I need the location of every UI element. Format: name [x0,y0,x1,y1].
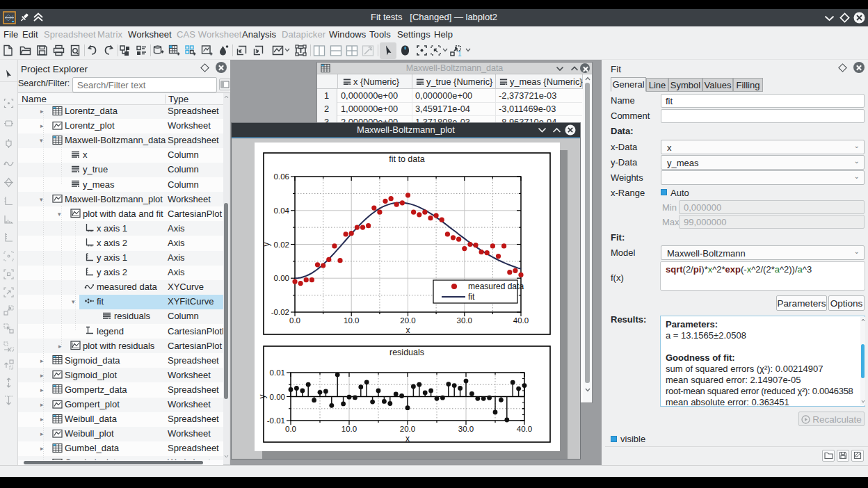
svg-text:40.0: 40.0 [517,425,532,433]
svg-text:y: y [262,243,271,247]
svg-text:1: 1 [458,50,462,58]
svg-text:0.01: 0.01 [270,368,285,377]
svg-text:30.0: 30.0 [457,316,472,325]
svg-text:40.0: 40.0 [513,316,529,325]
svg-text:10.0: 10.0 [344,316,359,325]
svg-text:0.0: 0.0 [285,425,296,433]
svg-text:-0.02: -0.02 [271,308,289,316]
svg-text:30.0: 30.0 [458,425,474,433]
svg-text:0.0: 0.0 [289,316,300,325]
svg-text:x: x [405,434,410,444]
svg-text:0.04: 0.04 [274,206,290,215]
svg-text:y: y [257,395,267,399]
svg-text:0.00: 0.00 [270,393,285,401]
svg-text:20.0: 20.0 [400,316,415,325]
svg-text:fit to data: fit to data [389,154,424,164]
svg-text:0.00: 0.00 [274,274,289,282]
svg-text:x: x [406,325,410,335]
svg-text:measured data: measured data [468,282,524,291]
svg-text:fit: fit [468,292,475,302]
svg-text:residuals: residuals [389,348,424,357]
svg-text:20.0: 20.0 [400,425,415,433]
svg-text:0.02: 0.02 [274,241,289,249]
svg-text:0.06: 0.06 [274,172,289,181]
svg-text:-0.01: -0.01 [267,416,285,425]
svg-text:10.0: 10.0 [341,425,357,433]
